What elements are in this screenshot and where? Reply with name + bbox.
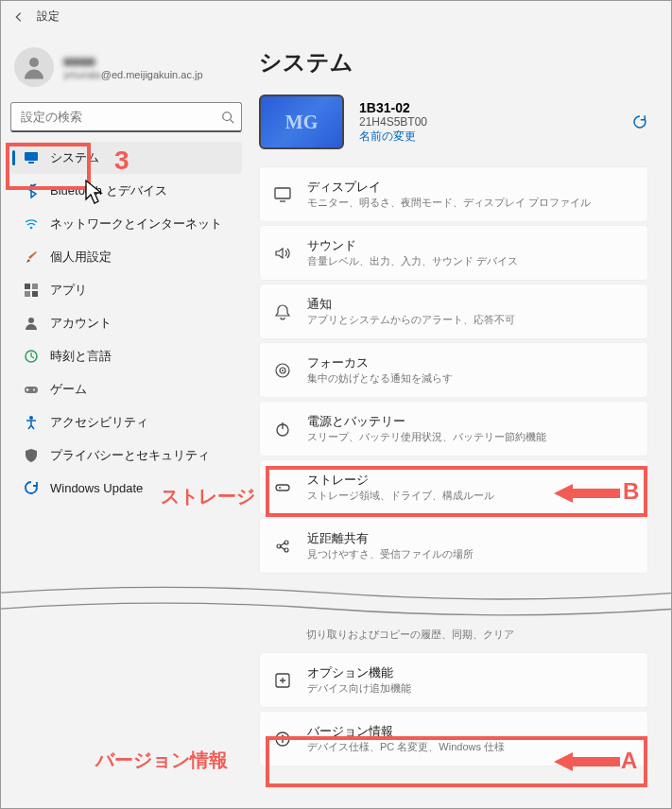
svg-point-5	[30, 227, 33, 230]
setting-title: フォーカス	[307, 354, 453, 371]
user-email: ymurata@ed.meijigakuin.ac.jp	[63, 69, 203, 80]
setting-title: オプション機能	[307, 664, 411, 681]
sidebar-item-7[interactable]: ゲーム	[10, 373, 242, 405]
apps-icon	[24, 283, 39, 298]
setting-item-b1[interactable]: バージョン情報デバイス仕様、PC 名変更、Windows 仕様	[259, 711, 648, 766]
content-break	[0, 579, 671, 619]
setting-title: 近距離共有	[307, 530, 474, 547]
svg-rect-8	[25, 291, 30, 297]
setting-item-5[interactable]: ストレージストレージ領域、ドライブ、構成ルール	[259, 459, 648, 515]
svg-rect-4	[28, 162, 34, 164]
setting-item-0[interactable]: ディスプレイモニター、明るさ、夜間モード、ディスプレイ プロファイル	[259, 166, 648, 222]
sidebar-item-label: アクセシビリティ	[50, 414, 148, 431]
power-icon	[273, 420, 292, 439]
setting-title: バージョン情報	[307, 723, 505, 740]
svg-rect-9	[32, 291, 38, 297]
sidebar-item-10[interactable]: Windows Update	[10, 473, 242, 503]
setting-desc: デバイス仕様、PC 名変更、Windows 仕様	[307, 740, 505, 754]
sidebar-item-5[interactable]: アカウント	[10, 307, 242, 339]
share-icon	[273, 537, 292, 556]
setting-desc: 見つけやすさ、受信ファイルの場所	[307, 547, 474, 561]
setting-desc: デバイス向け追加機能	[307, 681, 411, 696]
sidebar-item-4[interactable]: アプリ	[10, 274, 242, 306]
sidebar-item-2[interactable]: ネットワークとインターネット	[10, 208, 242, 240]
setting-item-1[interactable]: サウンド音量レベル、出力、入力、サウンド デバイス	[259, 225, 648, 281]
sidebar-item-label: 個人用設定	[50, 249, 112, 266]
wifi-icon	[24, 216, 39, 232]
svg-rect-15	[275, 188, 290, 198]
setting-title: 通知	[307, 296, 515, 313]
svg-point-19	[282, 370, 284, 371]
setting-item-6[interactable]: 近距離共有見つけやすさ、受信ファイルの場所	[259, 518, 648, 574]
svg-rect-7	[32, 284, 38, 289]
setting-title: ストレージ	[307, 472, 494, 489]
sidebar-item-label: Bluetooth とデバイス	[50, 182, 167, 199]
bell-icon	[273, 302, 292, 321]
setting-desc: モニター、明るさ、夜間モード、ディスプレイ プロファイル	[307, 196, 591, 210]
setting-item-4[interactable]: 電源とバッテリースリープ、バッテリ使用状況、バッテリー節約機能	[259, 401, 648, 456]
svg-point-23	[279, 487, 281, 489]
setting-desc: スリープ、バッテリ使用状況、バッテリー節約機能	[307, 430, 546, 444]
svg-rect-3	[25, 152, 38, 161]
sidebar-item-label: システム	[50, 149, 99, 166]
device-name: 1B31-02	[359, 100, 427, 115]
setting-title: 電源とバッテリー	[307, 413, 546, 430]
sidebar-item-9[interactable]: プライバシーとセキュリティ	[10, 439, 242, 472]
setting-desc: 切り取りおよびコピーの履歴、同期、クリア	[306, 628, 514, 642]
focus-icon	[273, 361, 292, 380]
svg-point-10	[28, 318, 34, 323]
sidebar-item-label: 時刻と言語	[50, 348, 112, 365]
setting-title: サウンド	[307, 237, 518, 254]
setting-desc: アプリとシステムからのアラート、応答不可	[307, 313, 515, 327]
bluetooth-icon	[24, 183, 39, 198]
svg-point-29	[282, 734, 284, 736]
back-button[interactable]	[12, 10, 26, 24]
update-icon	[24, 480, 39, 495]
svg-point-1	[223, 112, 232, 121]
setting-item-2[interactable]: 通知アプリとシステムからのアラート、応答不可	[259, 284, 648, 339]
svg-line-2	[231, 120, 234, 124]
sidebar-item-8[interactable]: アクセシビリティ	[10, 406, 242, 439]
sidebar-item-label: アカウント	[50, 315, 112, 332]
search-input[interactable]	[10, 102, 242, 132]
plus-box-icon	[273, 671, 292, 690]
svg-rect-6	[25, 284, 30, 289]
svg-rect-22	[276, 485, 289, 491]
sidebar-item-1[interactable]: Bluetooth とデバイス	[10, 175, 242, 207]
setting-desc: ストレージ領域、ドライブ、構成ルール	[307, 489, 494, 503]
person-icon	[24, 316, 39, 331]
sound-icon	[273, 244, 292, 263]
sidebar-item-label: アプリ	[50, 282, 87, 299]
setting-title: ディスプレイ	[307, 179, 591, 196]
search-icon	[221, 111, 234, 124]
avatar	[14, 47, 54, 87]
device-serial: 21H4S5BT00	[359, 115, 427, 129]
sidebar-item-3[interactable]: 個人用設定	[10, 241, 242, 273]
setting-desc: 音量レベル、出力、入力、サウンド デバイス	[307, 254, 518, 268]
setting-item-3[interactable]: フォーカス集中の妨げとなる通知を減らす	[259, 342, 648, 398]
sidebar-item-label: ゲーム	[50, 381, 87, 398]
display-icon	[273, 185, 292, 204]
shield-icon	[24, 448, 39, 463]
sidebar-item-label: プライバシーとセキュリティ	[50, 447, 210, 464]
game-icon	[24, 382, 39, 397]
device-thumbnail: MG	[259, 95, 344, 149]
svg-point-14	[29, 416, 33, 420]
window-title: 設定	[37, 9, 60, 25]
brush-icon	[24, 250, 39, 265]
page-title: システム	[259, 47, 648, 77]
sidebar-item-6[interactable]: 時刻と言語	[10, 340, 242, 372]
setting-desc: 集中の妨げとなる通知を減らす	[307, 371, 453, 386]
sync-button[interactable]	[631, 113, 648, 130]
user-name: ■■■■	[63, 54, 203, 69]
sidebar-item-0[interactable]: システム	[10, 142, 242, 174]
sidebar-item-label: ネットワークとインターネット	[50, 215, 222, 232]
svg-point-13	[33, 389, 35, 391]
monitor-icon	[24, 150, 39, 165]
sidebar-item-label: Windows Update	[50, 481, 143, 495]
device-rename-link[interactable]: 名前の変更	[359, 129, 427, 145]
setting-item-b0[interactable]: オプション機能デバイス向け追加機能	[259, 652, 648, 708]
globe-time-icon	[24, 349, 39, 364]
user-block[interactable]: ■■■■ ymurata@ed.meijigakuin.ac.jp	[10, 40, 242, 102]
setting-item-partial[interactable]: 切り取りおよびコピーの履歴、同期、クリア	[259, 625, 648, 649]
